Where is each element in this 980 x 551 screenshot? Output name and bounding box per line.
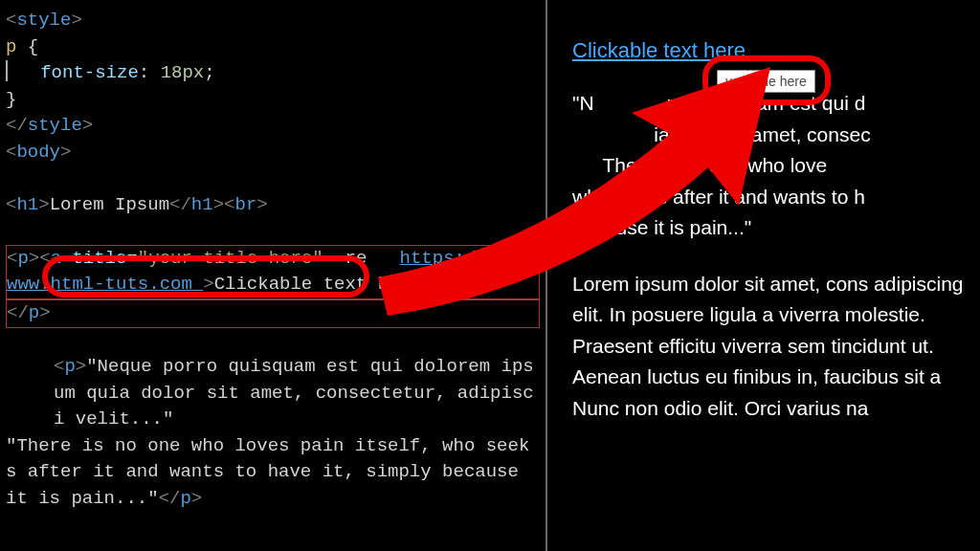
code-line: </style> — [6, 113, 540, 140]
code-line-highlighted: </p> — [6, 299, 540, 328]
code-line-highlighted: www.html-tuts.com >Clickable text here</… — [6, 272, 540, 299]
code-line: p { — [6, 34, 540, 61]
code-line: <style> — [6, 8, 540, 34]
code-line: font-size: 18px; — [6, 60, 540, 87]
code-line: } — [6, 87, 540, 114]
code-line-highlighted: <p><a title="your title here" re https:/… — [6, 245, 540, 273]
code-line — [6, 165, 540, 192]
tooltip: your title here — [717, 70, 815, 93]
code-editor-pane[interactable]: <style> p { font-size: 18px; } </style> … — [0, 0, 546, 551]
code-line — [6, 218, 540, 245]
clickable-link[interactable]: Clickable text here — [572, 38, 746, 62]
preview-quote: "Neque porro quisquam est qui d ipsum qu… — [572, 88, 980, 244]
code-line: <body> — [6, 140, 540, 166]
code-line — [6, 328, 540, 355]
code-line: "There is no one who loves pain itself, … — [6, 433, 540, 513]
preview-paragraph: Lorem ipsum dolor sit amet, cons adipisc… — [572, 269, 980, 425]
code-line: <p>"Neque porro quisquam est qui dolorem… — [6, 354, 540, 433]
code-line: <h1>Lorem Ipsum</h1><br> — [6, 192, 540, 219]
